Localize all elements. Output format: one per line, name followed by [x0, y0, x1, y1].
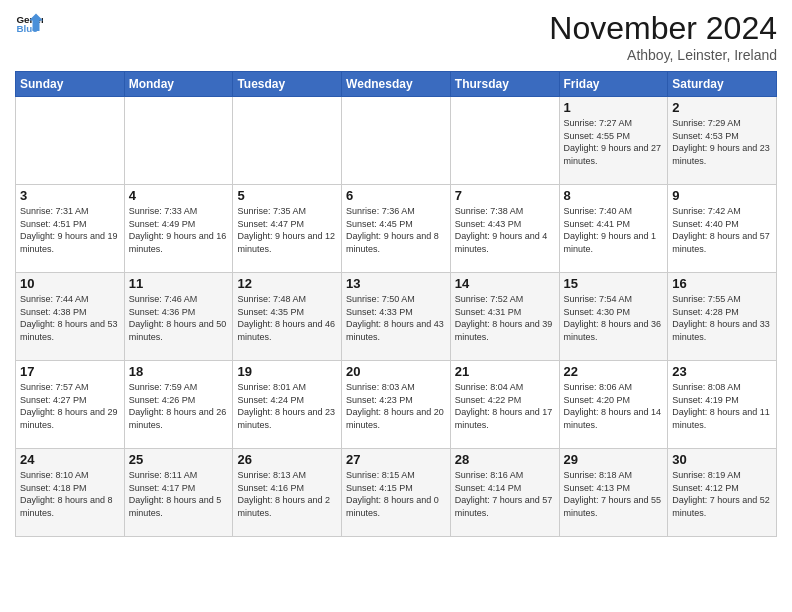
logo-icon: General Blue [15, 10, 43, 38]
col-monday: Monday [124, 72, 233, 97]
day-cell-4-6: 30Sunrise: 8:19 AMSunset: 4:12 PMDayligh… [668, 449, 777, 537]
day-number: 10 [20, 276, 120, 291]
calendar-table: Sunday Monday Tuesday Wednesday Thursday… [15, 71, 777, 537]
day-cell-4-0: 24Sunrise: 8:10 AMSunset: 4:18 PMDayligh… [16, 449, 125, 537]
day-cell-4-1: 25Sunrise: 8:11 AMSunset: 4:17 PMDayligh… [124, 449, 233, 537]
day-cell-0-1 [124, 97, 233, 185]
day-info: Sunrise: 7:46 AMSunset: 4:36 PMDaylight:… [129, 293, 229, 343]
day-number: 19 [237, 364, 337, 379]
day-info: Sunrise: 8:01 AMSunset: 4:24 PMDaylight:… [237, 381, 337, 431]
day-number: 11 [129, 276, 229, 291]
day-cell-1-2: 5Sunrise: 7:35 AMSunset: 4:47 PMDaylight… [233, 185, 342, 273]
day-info: Sunrise: 8:16 AMSunset: 4:14 PMDaylight:… [455, 469, 555, 519]
month-title: November 2024 [549, 10, 777, 47]
day-number: 18 [129, 364, 229, 379]
day-info: Sunrise: 8:15 AMSunset: 4:15 PMDaylight:… [346, 469, 446, 519]
day-cell-0-0 [16, 97, 125, 185]
day-cell-3-4: 21Sunrise: 8:04 AMSunset: 4:22 PMDayligh… [450, 361, 559, 449]
week-row-2: 3Sunrise: 7:31 AMSunset: 4:51 PMDaylight… [16, 185, 777, 273]
day-number: 13 [346, 276, 446, 291]
day-number: 7 [455, 188, 555, 203]
day-cell-0-6: 2Sunrise: 7:29 AMSunset: 4:53 PMDaylight… [668, 97, 777, 185]
day-number: 12 [237, 276, 337, 291]
day-number: 26 [237, 452, 337, 467]
day-cell-1-4: 7Sunrise: 7:38 AMSunset: 4:43 PMDaylight… [450, 185, 559, 273]
day-info: Sunrise: 7:29 AMSunset: 4:53 PMDaylight:… [672, 117, 772, 167]
day-number: 20 [346, 364, 446, 379]
col-friday: Friday [559, 72, 668, 97]
day-cell-1-6: 9Sunrise: 7:42 AMSunset: 4:40 PMDaylight… [668, 185, 777, 273]
day-cell-4-3: 27Sunrise: 8:15 AMSunset: 4:15 PMDayligh… [342, 449, 451, 537]
day-number: 14 [455, 276, 555, 291]
day-cell-1-0: 3Sunrise: 7:31 AMSunset: 4:51 PMDaylight… [16, 185, 125, 273]
day-cell-2-4: 14Sunrise: 7:52 AMSunset: 4:31 PMDayligh… [450, 273, 559, 361]
day-info: Sunrise: 8:04 AMSunset: 4:22 PMDaylight:… [455, 381, 555, 431]
day-cell-0-2 [233, 97, 342, 185]
day-info: Sunrise: 8:06 AMSunset: 4:20 PMDaylight:… [564, 381, 664, 431]
day-number: 30 [672, 452, 772, 467]
day-number: 28 [455, 452, 555, 467]
day-info: Sunrise: 7:27 AMSunset: 4:55 PMDaylight:… [564, 117, 664, 167]
day-number: 2 [672, 100, 772, 115]
day-cell-3-2: 19Sunrise: 8:01 AMSunset: 4:24 PMDayligh… [233, 361, 342, 449]
week-row-3: 10Sunrise: 7:44 AMSunset: 4:38 PMDayligh… [16, 273, 777, 361]
day-info: Sunrise: 7:52 AMSunset: 4:31 PMDaylight:… [455, 293, 555, 343]
day-info: Sunrise: 7:57 AMSunset: 4:27 PMDaylight:… [20, 381, 120, 431]
day-info: Sunrise: 7:31 AMSunset: 4:51 PMDaylight:… [20, 205, 120, 255]
day-cell-0-3 [342, 97, 451, 185]
day-cell-4-4: 28Sunrise: 8:16 AMSunset: 4:14 PMDayligh… [450, 449, 559, 537]
day-cell-3-3: 20Sunrise: 8:03 AMSunset: 4:23 PMDayligh… [342, 361, 451, 449]
col-sunday: Sunday [16, 72, 125, 97]
week-row-4: 17Sunrise: 7:57 AMSunset: 4:27 PMDayligh… [16, 361, 777, 449]
day-cell-2-1: 11Sunrise: 7:46 AMSunset: 4:36 PMDayligh… [124, 273, 233, 361]
day-info: Sunrise: 7:55 AMSunset: 4:28 PMDaylight:… [672, 293, 772, 343]
day-number: 17 [20, 364, 120, 379]
day-info: Sunrise: 8:19 AMSunset: 4:12 PMDaylight:… [672, 469, 772, 519]
day-cell-3-1: 18Sunrise: 7:59 AMSunset: 4:26 PMDayligh… [124, 361, 233, 449]
day-number: 5 [237, 188, 337, 203]
day-info: Sunrise: 7:44 AMSunset: 4:38 PMDaylight:… [20, 293, 120, 343]
day-info: Sunrise: 8:13 AMSunset: 4:16 PMDaylight:… [237, 469, 337, 519]
day-cell-2-0: 10Sunrise: 7:44 AMSunset: 4:38 PMDayligh… [16, 273, 125, 361]
day-info: Sunrise: 8:18 AMSunset: 4:13 PMDaylight:… [564, 469, 664, 519]
day-cell-2-3: 13Sunrise: 7:50 AMSunset: 4:33 PMDayligh… [342, 273, 451, 361]
day-info: Sunrise: 7:36 AMSunset: 4:45 PMDaylight:… [346, 205, 446, 255]
day-number: 9 [672, 188, 772, 203]
day-info: Sunrise: 8:10 AMSunset: 4:18 PMDaylight:… [20, 469, 120, 519]
day-number: 24 [20, 452, 120, 467]
day-number: 25 [129, 452, 229, 467]
day-info: Sunrise: 7:33 AMSunset: 4:49 PMDaylight:… [129, 205, 229, 255]
day-cell-0-5: 1Sunrise: 7:27 AMSunset: 4:55 PMDaylight… [559, 97, 668, 185]
day-cell-3-5: 22Sunrise: 8:06 AMSunset: 4:20 PMDayligh… [559, 361, 668, 449]
day-number: 16 [672, 276, 772, 291]
day-cell-1-1: 4Sunrise: 7:33 AMSunset: 4:49 PMDaylight… [124, 185, 233, 273]
day-cell-0-4 [450, 97, 559, 185]
header-row: Sunday Monday Tuesday Wednesday Thursday… [16, 72, 777, 97]
day-info: Sunrise: 7:54 AMSunset: 4:30 PMDaylight:… [564, 293, 664, 343]
day-number: 22 [564, 364, 664, 379]
day-number: 29 [564, 452, 664, 467]
day-number: 27 [346, 452, 446, 467]
day-number: 8 [564, 188, 664, 203]
location: Athboy, Leinster, Ireland [549, 47, 777, 63]
page-container: General Blue November 2024 Athboy, Leins… [0, 0, 792, 547]
day-number: 21 [455, 364, 555, 379]
day-number: 4 [129, 188, 229, 203]
logo: General Blue [15, 10, 43, 38]
col-thursday: Thursday [450, 72, 559, 97]
day-cell-2-5: 15Sunrise: 7:54 AMSunset: 4:30 PMDayligh… [559, 273, 668, 361]
day-info: Sunrise: 7:50 AMSunset: 4:33 PMDaylight:… [346, 293, 446, 343]
col-saturday: Saturday [668, 72, 777, 97]
day-cell-2-6: 16Sunrise: 7:55 AMSunset: 4:28 PMDayligh… [668, 273, 777, 361]
col-tuesday: Tuesday [233, 72, 342, 97]
day-info: Sunrise: 7:42 AMSunset: 4:40 PMDaylight:… [672, 205, 772, 255]
day-cell-3-0: 17Sunrise: 7:57 AMSunset: 4:27 PMDayligh… [16, 361, 125, 449]
week-row-1: 1Sunrise: 7:27 AMSunset: 4:55 PMDaylight… [16, 97, 777, 185]
col-wednesday: Wednesday [342, 72, 451, 97]
day-number: 23 [672, 364, 772, 379]
day-cell-4-5: 29Sunrise: 8:18 AMSunset: 4:13 PMDayligh… [559, 449, 668, 537]
day-info: Sunrise: 7:35 AMSunset: 4:47 PMDaylight:… [237, 205, 337, 255]
day-info: Sunrise: 7:40 AMSunset: 4:41 PMDaylight:… [564, 205, 664, 255]
day-info: Sunrise: 7:48 AMSunset: 4:35 PMDaylight:… [237, 293, 337, 343]
day-number: 1 [564, 100, 664, 115]
